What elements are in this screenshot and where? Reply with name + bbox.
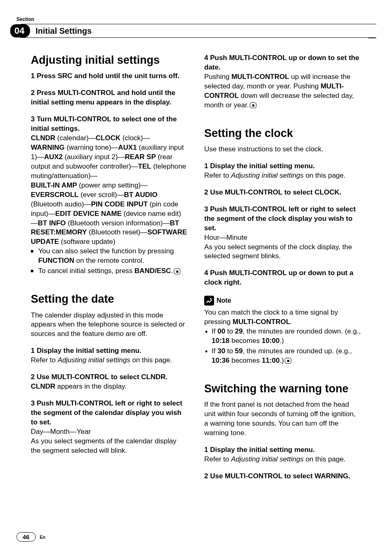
date-step-2: 2 Use MULTI-CONTROL to select CLNDR. CLN… [31,373,188,392]
language-label: En [40,535,46,540]
step-head: 1 Display the initial setting menu. [204,162,361,171]
step-head: 2 Use MULTI-CONTROL to select WARNING. [204,472,361,481]
heading-adjusting: Adjusting initial settings [31,53,188,67]
note-text: on the remote control. [74,257,144,264]
t: to [225,327,235,335]
note-bullets: If 00 to 29, the minutes are rounded dow… [204,327,361,366]
step-head: 2 Use MULTI-CONTROL to select CLOCK. [204,188,361,197]
step-body: Pushing MULTI-CONTROL up will increase t… [204,72,361,110]
note-item: To cancel initial settings, press BAND/E… [31,266,188,276]
opt-warning: WARNING [31,144,65,151]
b: 00 [217,327,225,335]
b: 29 [235,327,243,335]
chapter-title-wrap: Initial Settings [15,24,376,38]
t: , the minutes are rounded down. (e.g., [243,327,361,335]
t: becomes [229,337,261,345]
body-italic: Adjusting initial settings [231,171,304,179]
opt-text: (ever scroll)— [78,191,124,199]
t: to [225,347,235,355]
note-bold: MULTI-CONTROL [233,318,290,326]
note-body: You can match the clock to a time signal… [204,308,361,327]
clock-step-1: 1 Display the initial setting menu. Refe… [204,162,361,181]
warning-intro: If the front panel is not detached from … [204,400,361,438]
note-bullet-2: If 30 to 59, the minutes are rounded up.… [204,347,361,366]
b: 30 [217,347,225,355]
date-intro: The calender display adjusted in this mo… [31,311,188,339]
opt-builtinamp: BUILT-IN AMP [31,181,77,189]
opt-text: (warning tone)— [65,144,118,151]
opt-text: (calendar)— [55,134,96,142]
end-mark-icon [285,358,291,364]
step-body: CLNDR appears in the display. [31,382,188,392]
opt-text: (auxiliary input 2)— [62,153,125,161]
opt-btinfo: BT INFO [38,219,66,227]
body-bold: MULTI-CONTROL [231,73,289,81]
opt-clock: CLOCK [96,134,120,142]
body-text: Refer to [204,171,231,179]
body-text: Pushing [204,73,231,81]
note-text: To cancel initial settings, press [38,267,134,275]
note-bullet-1: If 00 to 29, the minutes are rounded dow… [204,327,361,346]
opt-text: (clock)— [120,134,150,142]
adj-step-2: 2 Press MULTI-CONTROL and hold until the… [31,88,188,107]
heading-clock: Setting the clock [204,127,361,140]
note-bold: BAND/ESC [134,267,171,275]
opt-aux1: AUX1 [118,144,137,151]
note-icon [204,296,214,306]
header-bar: 04 Initial Settings [10,24,376,38]
note-bold: FUNCTION [38,257,74,264]
footer: 46 En [16,532,46,542]
chapter-title: Initial Settings [35,26,92,36]
page-number: 46 [16,532,36,542]
section-number-badge: 04 [10,24,30,37]
opt-text: (software update) [59,238,115,246]
body-text: appears in the display. [55,382,127,390]
step-body: Refer to Adjusting initial settings on t… [31,356,188,365]
body-text: on this page. [304,171,346,179]
opt-text: (Bluetooth audio)— [31,200,91,208]
step-head: 1 Display the initial setting menu. [31,346,188,356]
opt-tel: TEL [138,162,151,170]
step-head: 4 Push MULTI-CONTROL up or down to set t… [204,53,361,72]
date-step-1: 1 Display the initial setting menu. Refe… [31,346,188,365]
note-label: Note [217,296,231,305]
opt-editdevice: EDIT DEVICE NAME [55,210,122,218]
opt-text: (Bluetooth reset)— [87,228,147,236]
opt-text: (power amp setting)— [77,181,148,189]
step-body: Hour—Minute [204,233,361,243]
step-text: 2 Press MULTI-CONTROL and hold until the… [31,89,175,106]
step-head: 1 Display the initial setting menu. [204,445,361,455]
opt-rearsp: REAR SP [125,153,156,161]
step-head: 4 Push MULTI-CONTROL up or down to put a… [204,269,361,287]
step-head: 3 Turn MULTI-CONTROL to select one of th… [31,115,188,134]
options-list: CLNDR (calendar)—CLOCK (clock)— WARNING … [31,134,188,247]
step-body: Refer to Adjusting initial settings on t… [204,455,361,464]
note-text: . [171,267,173,275]
t: .) [279,337,284,345]
note-text: You can also select the function by pres… [38,247,174,255]
opt-everscroll: EVERSCROLL [31,191,78,199]
t: becomes [229,357,261,364]
opt-text: (Bluetooth version information)— [66,219,170,227]
b: 10:36 [212,357,229,364]
t: , the minutes are rounded up. (e.g., [243,347,352,355]
body-italic: Adjusting initial settings [58,356,130,364]
body-text: Refer to [204,455,231,463]
end-mark-icon [174,269,180,274]
step-body: As you select segments of the calendar d… [31,437,188,456]
body-bold: CLNDR [31,382,55,390]
body-text: on this page. [304,455,346,463]
b: 59 [235,347,243,355]
note-header: Note [204,296,361,306]
t: If [212,327,217,335]
b: 11:00 [262,357,279,364]
clock-intro: Use these instructions to set the clock. [204,145,361,154]
step-head: 3 Push MULTI-CONTROL left or right to se… [204,205,361,233]
warning-step-2: 2 Use MULTI-CONTROL to select WARNING. [204,472,361,481]
clock-step-2: 2 Use MULTI-CONTROL to select CLOCK. [204,188,361,197]
heading-warning: Switching the warning tone [204,382,361,395]
date-step-4: 4 Push MULTI-CONTROL up or down to set t… [204,53,361,110]
opt-pincode: PIN CODE INPUT [91,200,148,208]
adj-notes: You can also select the function by pres… [31,247,188,276]
body-italic: Adjusting initial settings [231,455,304,463]
